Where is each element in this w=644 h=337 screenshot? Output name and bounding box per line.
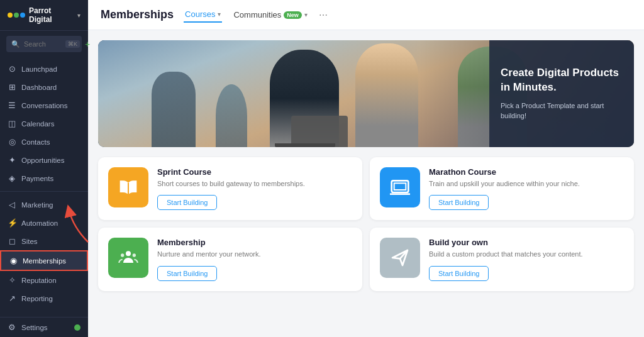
- sidebar-label-automation: Automation: [21, 219, 58, 227]
- build-your-own-content: Build your own Build a custom product th…: [429, 238, 624, 280]
- sites-icon: ◻: [8, 236, 16, 246]
- company-name: Parrot Digital: [29, 6, 74, 24]
- sidebar-label-contacts: Contacts: [21, 138, 50, 146]
- product-card-marathon-course: Marathon Course Train and upskill your a…: [370, 157, 634, 220]
- search-area: 🔍 ⌘K +: [0, 31, 88, 57]
- build-your-own-desc: Build a custom product that matches your…: [429, 250, 624, 259]
- content-area: Create Digital Products in Minutes. Pick…: [88, 30, 644, 337]
- sidebar-item-calendars[interactable]: ◫ Calendars: [0, 114, 88, 133]
- sidebar-label-reputation: Reputation: [21, 277, 57, 284]
- sprint-course-icon: [108, 167, 148, 207]
- tab-communities-label: Communities: [233, 10, 281, 19]
- book-open-icon: [118, 177, 138, 197]
- sidebar-item-reporting[interactable]: ↗ Reporting: [0, 289, 88, 307]
- logo-dot-blue: [20, 13, 25, 18]
- svg-point-6: [121, 254, 124, 257]
- sidebar-label-launchpad: Launchpad: [21, 65, 57, 73]
- company-chevron-icon: ▾: [77, 12, 80, 19]
- tab-courses-label: Courses: [185, 9, 215, 19]
- courses-chevron-icon: ▾: [218, 11, 221, 18]
- sprint-course-content: Sprint Course Short courses to build gat…: [157, 167, 352, 210]
- sidebar-label-opportunities: Opportunities: [21, 157, 64, 164]
- search-shortcut: ⌘K: [65, 40, 80, 48]
- reporting-icon: ↗: [8, 294, 16, 303]
- membership-desc: Nurture and mentor your network.: [157, 250, 352, 259]
- sidebar-item-launchpad[interactable]: ⊙ Launchpad: [0, 60, 88, 78]
- topbar: Memberships Courses ▾ Communities New ▾ …: [88, 0, 644, 30]
- product-card-build-your-own: Build your own Build a custom product th…: [370, 228, 634, 290]
- sprint-course-desc: Short courses to build gateway to member…: [157, 179, 352, 189]
- sidebar-item-marketing[interactable]: ◁ Marketing: [0, 196, 88, 214]
- conversations-icon: ☰: [8, 101, 16, 110]
- marathon-course-icon: [380, 167, 420, 207]
- svg-point-7: [133, 254, 136, 257]
- sidebar-label-dashboard: Dashboard: [21, 84, 57, 91]
- automation-icon: ⚡: [8, 218, 16, 228]
- membership-start-button[interactable]: Start Building: [157, 266, 217, 281]
- hero-text-panel: Create Digital Products in Minutes. Pick…: [489, 40, 634, 147]
- product-card-membership: Membership Nurture and mentor your netwo…: [98, 228, 362, 290]
- sidebar-item-sites[interactable]: ◻ Sites: [0, 232, 88, 250]
- reputation-icon: ✧: [8, 275, 16, 285]
- sidebar-label-payments: Payments: [21, 175, 53, 182]
- dashboard-icon: ⊞: [8, 82, 16, 92]
- product-cards-grid: Sprint Course Short courses to build gat…: [98, 157, 634, 291]
- sidebar-bottom: ⚙ Settings: [0, 317, 88, 337]
- launchpad-icon: ⊙: [8, 64, 16, 74]
- sprint-course-start-button[interactable]: Start Building: [157, 195, 217, 210]
- company-selector[interactable]: Parrot Digital ▾: [0, 0, 88, 31]
- contacts-icon: ◎: [8, 137, 16, 146]
- sidebar-item-opportunities[interactable]: ✦ Opportunities: [0, 151, 88, 169]
- sidebar-label-memberships: Memberships: [23, 257, 66, 265]
- sidebar-label-reporting: Reporting: [21, 295, 53, 302]
- calendars-icon: ◫: [8, 119, 16, 128]
- build-your-own-start-button[interactable]: Start Building: [429, 266, 489, 281]
- sidebar-item-settings[interactable]: ⚙ Settings: [8, 323, 80, 332]
- sidebar-item-memberships[interactable]: ◉ Memberships: [0, 250, 88, 271]
- marathon-course-content: Marathon Course Train and upskill your a…: [429, 167, 624, 210]
- sidebar-navigation: ⊙ Launchpad ⊞ Dashboard ☰ Conversations …: [0, 57, 88, 317]
- sidebar-item-conversations[interactable]: ☰ Conversations: [0, 96, 88, 114]
- product-card-sprint-course: Sprint Course Short courses to build gat…: [98, 157, 362, 220]
- sidebar: Parrot Digital ▾ 🔍 ⌘K + ⊙ Launchpad ⊞ Da…: [0, 0, 88, 337]
- hero-subtitle: Pick a Product Template and start buildi…: [501, 101, 623, 121]
- sidebar-item-automation[interactable]: ⚡ Automation: [0, 214, 88, 232]
- nav-divider-1: [0, 191, 88, 192]
- sidebar-item-reputation[interactable]: ✧ Reputation: [0, 271, 88, 289]
- logo-dot-green: [14, 13, 19, 18]
- settings-icon: ⚙: [8, 323, 16, 332]
- membership-content: Membership Nurture and mentor your netwo…: [157, 238, 352, 280]
- search-input[interactable]: [24, 40, 62, 48]
- hero-title: Create Digital Products in Minutes.: [501, 66, 623, 94]
- page-title: Memberships: [101, 8, 174, 21]
- payments-icon: ◈: [8, 174, 16, 183]
- sprint-course-title: Sprint Course: [157, 167, 352, 177]
- sidebar-label-sites: Sites: [21, 238, 38, 245]
- marathon-course-title: Marathon Course: [429, 167, 624, 177]
- marathon-course-desc: Train and upskill your audience within y…: [429, 179, 624, 189]
- sidebar-label-settings: Settings: [21, 324, 48, 331]
- sidebar-label-conversations: Conversations: [21, 102, 68, 109]
- hero-banner: Create Digital Products in Minutes. Pick…: [98, 40, 634, 147]
- sidebar-item-contacts[interactable]: ◎ Contacts: [0, 133, 88, 151]
- logo-dot-yellow: [8, 13, 13, 18]
- search-box[interactable]: 🔍 ⌘K +: [6, 36, 82, 52]
- marathon-course-start-button[interactable]: Start Building: [429, 195, 489, 210]
- logo: [8, 13, 25, 18]
- sidebar-item-payments[interactable]: ◈ Payments: [0, 169, 88, 187]
- sidebar-item-dashboard[interactable]: ⊞ Dashboard: [0, 78, 88, 96]
- build-your-own-icon: [380, 238, 420, 278]
- topbar-more-icon[interactable]: ⋯: [319, 10, 328, 20]
- tab-courses[interactable]: Courses ▾: [184, 7, 222, 23]
- marketing-icon: ◁: [8, 200, 16, 209]
- memberships-icon: ◉: [9, 256, 18, 265]
- tab-communities[interactable]: Communities New ▾: [232, 8, 308, 22]
- build-your-own-title: Build your own: [429, 238, 624, 247]
- svg-rect-3: [394, 183, 406, 190]
- settings-dot: [74, 324, 80, 331]
- membership-icon: [108, 238, 148, 278]
- communities-chevron-icon: ▾: [304, 11, 308, 18]
- search-icon: 🔍: [11, 40, 20, 48]
- paper-plane-icon: [390, 248, 410, 268]
- opportunities-icon: ✦: [8, 155, 16, 165]
